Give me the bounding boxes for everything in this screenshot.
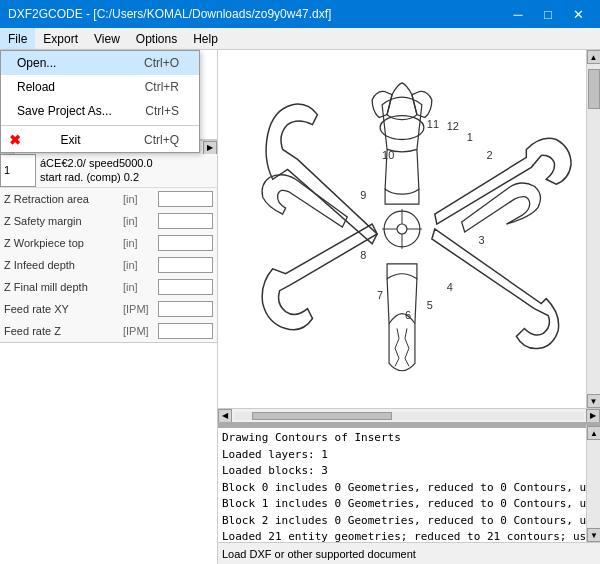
param-z-retraction: Z Retraction area [in] xyxy=(0,188,217,210)
status-bar: Load DXF or other supported document xyxy=(218,542,600,564)
svg-text:10: 10 xyxy=(382,149,394,161)
param-input-z-final[interactable] xyxy=(158,279,213,295)
maximize-button[interactable]: □ xyxy=(534,4,562,24)
svg-text:8: 8 xyxy=(360,249,366,261)
log-line-4: Block 1 includes 0 Geometries, reduced t… xyxy=(222,496,582,513)
param-label-z-retraction: Z Retraction area xyxy=(4,193,123,205)
param-unit-z-safety: [in] xyxy=(123,215,158,227)
svg-text:2: 2 xyxy=(487,149,493,161)
param-label-z-workpiece: Z Workpiece top xyxy=(4,237,123,249)
menu-reload[interactable]: Reload Ctrl+R xyxy=(1,75,199,99)
svg-line-8 xyxy=(417,149,419,189)
svg-line-9 xyxy=(387,279,389,324)
svg-text:9: 9 xyxy=(360,189,366,201)
param-label-z-infeed: Z Infeed depth xyxy=(4,259,123,271)
title-text: DXF2GCODE - [C:/Users/KOMAL/Downloads/zo… xyxy=(8,7,331,21)
log-line-5: Block 2 includes 0 Geometries, reduced t… xyxy=(222,513,582,530)
param-z-final: Z Final mill depth [in] xyxy=(0,276,217,298)
param-input-z-retraction[interactable] xyxy=(158,191,213,207)
param-unit-z-retraction: [in] xyxy=(123,193,158,205)
log-scroll-down[interactable]: ▼ xyxy=(587,528,600,542)
log-line-6: Loaded 21 entity geometries; reduced to … xyxy=(222,529,582,542)
svg-text:3: 3 xyxy=(479,234,485,246)
menu-help[interactable]: Help xyxy=(185,28,226,49)
svg-text:11: 11 xyxy=(427,118,439,130)
log-area: Drawing Contours of Inserts Loaded layer… xyxy=(218,426,586,542)
dxf-canvas: 1 2 12 11 10 9 8 7 6 5 4 3 xyxy=(218,50,586,408)
param-input-z-safety[interactable] xyxy=(158,213,213,229)
svg-text:5: 5 xyxy=(427,299,433,311)
settings-section: áCE€2.0/ speed5000.0start rad. (comp) 0.… xyxy=(0,154,217,343)
menu-exit[interactable]: ✖ Exit Ctrl+Q xyxy=(1,128,199,152)
menu-open[interactable]: Open... Ctrl+O xyxy=(1,51,199,75)
window-controls: ─ □ ✕ xyxy=(504,4,592,24)
h-scroll-right[interactable]: ▶ xyxy=(203,141,217,155)
param-z-safety: Z Safety margin [in] xyxy=(0,210,217,232)
title-bar: DXF2GCODE - [C:/Users/KOMAL/Downloads/zo… xyxy=(0,0,600,28)
svg-point-1 xyxy=(397,224,407,234)
canvas-v-scrollbar[interactable]: ▲ ▼ xyxy=(586,50,600,408)
log-line-1: Loaded layers: 1 xyxy=(222,447,582,464)
status-text: Load DXF or other supported document xyxy=(222,548,416,560)
menu-view[interactable]: View xyxy=(86,28,128,49)
param-unit-feed-xy: [IPM] xyxy=(123,303,158,315)
combo-input[interactable] xyxy=(0,154,36,187)
v-scroll-down[interactable]: ▼ xyxy=(587,394,601,408)
svg-line-10 xyxy=(415,279,417,324)
log-line-2: Loaded blocks: 3 xyxy=(222,463,582,480)
param-z-workpiece: Z Workpiece top [in] xyxy=(0,232,217,254)
canvas-row: 1 2 12 11 10 9 8 7 6 5 4 3 ▲ xyxy=(218,50,600,408)
canvas-h-scroll-right[interactable]: ▶ xyxy=(586,409,600,423)
param-unit-z-workpiece: [in] xyxy=(123,237,158,249)
param-label-z-safety: Z Safety margin xyxy=(4,215,123,227)
param-input-feed-z[interactable] xyxy=(158,323,213,339)
menu-divider xyxy=(1,125,199,126)
v-scroll-up[interactable]: ▲ xyxy=(587,50,601,64)
param-unit-z-final: [in] xyxy=(123,281,158,293)
param-label-feed-xy: Feed rate XY xyxy=(4,303,123,315)
canvas-h-scroll-thumb xyxy=(252,412,392,420)
log-line-3: Block 0 includes 0 Geometries, reduced t… xyxy=(222,480,582,497)
canvas-h-scrollbar[interactable]: ◀ ▶ xyxy=(218,408,600,422)
svg-text:7: 7 xyxy=(377,289,383,301)
menu-file[interactable]: File xyxy=(0,28,35,49)
close-button[interactable]: ✕ xyxy=(564,4,592,24)
param-input-feed-xy[interactable] xyxy=(158,301,213,317)
menu-export[interactable]: Export xyxy=(35,28,86,49)
svg-text:6: 6 xyxy=(405,309,411,321)
param-unit-feed-z: [IPM] xyxy=(123,325,158,337)
menu-bar: File Export View Options Help Open... Ct… xyxy=(0,28,600,50)
svg-text:1: 1 xyxy=(467,131,473,143)
svg-text:4: 4 xyxy=(447,281,453,293)
param-feed-z: Feed rate Z [IPM] xyxy=(0,320,217,342)
settings-combo: áCE€2.0/ speed5000.0start rad. (comp) 0.… xyxy=(0,154,217,188)
param-label-feed-z: Feed rate Z xyxy=(4,325,123,337)
svg-text:12: 12 xyxy=(447,120,459,132)
log-scroll-track[interactable] xyxy=(587,440,600,528)
param-input-z-infeed[interactable] xyxy=(158,257,213,273)
log-v-scrollbar[interactable]: ▲ ▼ xyxy=(586,424,600,542)
param-label-z-final: Z Final mill depth xyxy=(4,281,123,293)
minimize-button[interactable]: ─ xyxy=(504,4,532,24)
v-scroll-track[interactable] xyxy=(587,64,601,394)
file-dropdown: Open... Ctrl+O Reload Ctrl+R Save Projec… xyxy=(0,50,200,153)
param-unit-z-infeed: [in] xyxy=(123,259,158,271)
menu-options[interactable]: Options xyxy=(128,28,185,49)
log-line-0: Drawing Contours of Inserts xyxy=(222,430,582,447)
param-feed-xy: Feed rate XY [IPM] xyxy=(0,298,217,320)
param-z-infeed: Z Infeed depth [in] xyxy=(0,254,217,276)
bottom-layout: Drawing Contours of Inserts Loaded layer… xyxy=(218,422,600,542)
log-scroll-up[interactable]: ▲ xyxy=(587,426,600,440)
v-scroll-thumb xyxy=(588,69,600,109)
combo-text: áCE€2.0/ speed5000.0start rad. (comp) 0.… xyxy=(36,154,217,187)
canvas-container[interactable]: 1 2 12 11 10 9 8 7 6 5 4 3 xyxy=(218,50,586,408)
canvas-h-scroll-left[interactable]: ◀ xyxy=(218,409,232,423)
canvas-h-scroll-track[interactable] xyxy=(234,412,584,420)
exit-icon: ✖ xyxy=(9,132,21,148)
param-input-z-workpiece[interactable] xyxy=(158,235,213,251)
menu-save-project[interactable]: Save Project As... Ctrl+S xyxy=(1,99,199,123)
